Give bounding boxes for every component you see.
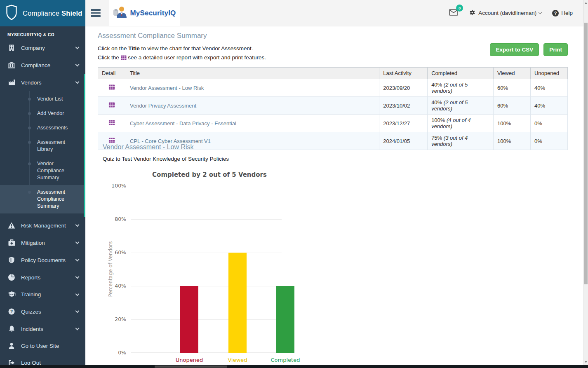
- y-tick: 20%: [103, 316, 126, 322]
- sidebar-item-reports[interactable]: Reports: [0, 269, 85, 286]
- export-csv-button[interactable]: Export to CSV: [490, 43, 539, 56]
- user-icon: [7, 343, 16, 349]
- app-logo[interactable]: MySecurityIQ: [109, 0, 180, 26]
- gridline: [131, 319, 282, 320]
- sidebar-item-risk-management[interactable]: Risk Management: [0, 217, 85, 234]
- col-header-last-activity[interactable]: Last Activity: [379, 68, 428, 79]
- scroll-up-arrow-icon[interactable]: [585, 2, 587, 4]
- sidebar-item-go-to-user-site[interactable]: Go to User Site: [0, 338, 85, 354]
- y-tick: 100%: [103, 183, 126, 189]
- instruction-line-1: Click on the Title to view the chart for…: [98, 44, 266, 53]
- viewed-cell: 100%: [494, 132, 531, 150]
- sidebar-item-mitigation[interactable]: Mitigation: [0, 234, 85, 251]
- last-activity-cell: 2023/12/27: [379, 115, 428, 132]
- bar-completed[interactable]: [276, 286, 294, 353]
- x-label-completed: Completed: [265, 357, 306, 363]
- sidebar-menu: Company Compliance Vendors Vendor List A…: [0, 39, 85, 368]
- message-count-badge: 0: [456, 5, 463, 12]
- sidebar-item-training[interactable]: Training: [0, 286, 85, 303]
- sidebar-item-label: Policy Documents: [21, 257, 66, 263]
- bank-icon: [7, 62, 16, 68]
- help-button[interactable]: ? Help: [552, 10, 573, 16]
- table-actions: Export to CSV Print: [490, 43, 568, 56]
- col-header-title[interactable]: Title: [126, 68, 379, 79]
- chart-title: Completed by 2 out of 5 Vendors: [131, 171, 288, 178]
- sidebar-subitem-add-vendor[interactable]: Add Vendor: [0, 106, 85, 121]
- chart-section-subtitle: Quiz to Test Vendor Knowledge of Securit…: [103, 156, 229, 162]
- unopened-cell: 40%: [530, 97, 567, 115]
- detail-grid-icon[interactable]: [108, 85, 115, 91]
- completed-cell: 40% (2 out of 5 vendors): [428, 97, 494, 115]
- section-divider: [98, 137, 571, 137]
- scroll-down-arrow-icon[interactable]: [585, 361, 587, 363]
- bar-unopened[interactable]: [180, 286, 198, 353]
- completed-cell: 40% (2 out of 5 vendors): [428, 79, 494, 97]
- detail-grid-icon[interactable]: [108, 120, 115, 127]
- viewed-cell: 100%: [494, 115, 531, 132]
- sidebar-subitem-assessment-library[interactable]: Assessment Library: [0, 135, 85, 157]
- account-label: Account (davidlineman): [478, 10, 536, 16]
- unopened-cell: 0%: [530, 115, 567, 132]
- brand-name: Compliance Shield: [23, 9, 82, 17]
- table-row: Vendor Assessment - Low Risk 2023/09/20 …: [98, 79, 568, 97]
- sidebar: Compliance Shield MYSECURITYIQ & CO Comp…: [0, 0, 85, 365]
- chevron-down-icon: [75, 240, 80, 244]
- chevron-down-icon: [75, 63, 80, 67]
- chevron-down-icon: [539, 11, 542, 14]
- sidebar-item-label: Go to User Site: [21, 343, 59, 349]
- vertical-scrollbar[interactable]: [583, 0, 588, 365]
- detail-grid-icon[interactable]: [108, 103, 115, 109]
- sidebar-item-label: Mitigation: [21, 240, 45, 246]
- col-header-completed[interactable]: Completed: [428, 68, 494, 79]
- vendors-group: Vendors Vendor List Add Vendor Assessmen…: [0, 74, 85, 217]
- warning-triangle-icon: [7, 222, 16, 229]
- sidebar-item-label: Incidents: [21, 326, 43, 332]
- chevron-down-icon: [75, 45, 80, 49]
- messages-button[interactable]: 0: [449, 9, 458, 17]
- y-tick: 0%: [103, 349, 126, 356]
- chevron-down-icon: [75, 309, 80, 313]
- chevron-down-icon: [75, 275, 80, 279]
- last-activity-cell: 2024/01/05: [379, 132, 428, 150]
- question-circle-icon: ?: [7, 308, 16, 315]
- assessment-title-link[interactable]: Cyber Assessment - Data Privacy - Essent…: [130, 120, 236, 127]
- chart-section-title: Vendor Assessment - Low Risk: [103, 143, 194, 151]
- sidebar-subitem-assessment-compliance-summary[interactable]: Assessment Compliance Summary: [0, 185, 85, 213]
- col-header-viewed[interactable]: Viewed: [494, 68, 531, 79]
- sidebar-item-company[interactable]: Company: [0, 39, 85, 56]
- sidebar-item-label: Training: [21, 291, 41, 298]
- print-button[interactable]: Print: [543, 43, 568, 56]
- detail-grid-icon: [121, 54, 127, 63]
- sidebar-item-compliance[interactable]: Compliance: [0, 56, 85, 74]
- vertical-scrollbar-thumb[interactable]: [584, 23, 588, 284]
- col-header-detail[interactable]: Detail: [98, 68, 126, 79]
- bell-icon: [7, 326, 16, 332]
- account-menu[interactable]: Account (davidlineman): [469, 9, 541, 17]
- sidebar-item-policy-documents[interactable]: Policy Documents: [0, 251, 85, 269]
- organization-name: MYSECURITYIQ & CO: [0, 26, 85, 39]
- logo-wordmark: MySecurityIQ: [130, 9, 176, 17]
- factory-icon: [7, 79, 16, 86]
- horizontal-scrollbar[interactable]: [0, 365, 588, 368]
- chart-y-axis-label: Percentage of Vendors: [108, 228, 113, 310]
- sidebar-subitem-vendor-compliance-summary[interactable]: Vendor Compliance Summary: [0, 157, 85, 185]
- horizontal-scrollbar-thumb[interactable]: [155, 366, 227, 368]
- x-label-viewed: Viewed: [217, 357, 258, 363]
- col-header-unopened[interactable]: Unopened: [530, 68, 567, 79]
- sidebar-item-vendors[interactable]: Vendors: [0, 74, 85, 91]
- assessment-title-link[interactable]: Vendor Privacy Assessment: [130, 103, 196, 109]
- bar-viewed[interactable]: [228, 253, 247, 353]
- table-header-row: Detail Title Last Activity Completed Vie…: [98, 68, 568, 79]
- sidebar-item-quizzes[interactable]: ? Quizzes: [0, 303, 85, 320]
- hamburger-menu-icon[interactable]: [91, 9, 101, 19]
- person-clipboard-icon: [113, 6, 127, 20]
- sidebar-subitem-vendor-list[interactable]: Vendor List: [0, 92, 85, 106]
- sidebar-item-label: Company: [21, 45, 45, 51]
- topbar-actions: 0 Account (davidlineman) ? Help: [449, 0, 573, 26]
- chevron-down-icon: [75, 258, 80, 262]
- brand-header[interactable]: Compliance Shield: [0, 0, 85, 26]
- sidebar-item-incidents[interactable]: Incidents: [0, 320, 85, 338]
- sidebar-subitem-assessments[interactable]: Assessments: [0, 121, 85, 135]
- sidebar-item-label: Quizzes: [21, 309, 41, 315]
- assessment-title-link[interactable]: Vendor Assessment - Low Risk: [130, 85, 204, 91]
